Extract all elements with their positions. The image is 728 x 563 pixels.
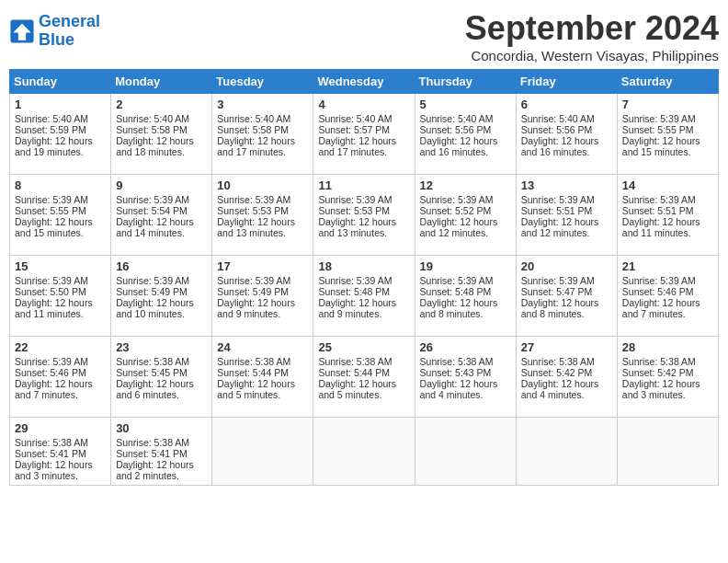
weekday-header-thursday: Thursday [415,70,516,94]
calendar-cell: 5Sunrise: 5:40 AMSunset: 5:56 PMDaylight… [415,94,516,175]
day-info-line: Daylight: 12 hours [420,216,511,227]
calendar-cell: 15Sunrise: 5:39 AMSunset: 5:50 PMDayligh… [10,256,111,337]
day-info-line: Sunset: 5:58 PM [116,124,207,135]
day-info-line: Sunset: 5:49 PM [116,286,207,297]
day-info-line: Sunrise: 5:38 AM [116,356,207,367]
day-info-line: Daylight: 12 hours [521,297,612,308]
day-info-line: Daylight: 12 hours [622,297,713,308]
day-info-line: and 17 minutes. [318,146,409,157]
day-info-line: Sunrise: 5:38 AM [116,437,207,448]
day-info-line: and 7 minutes. [622,308,713,319]
calendar-cell: 12Sunrise: 5:39 AMSunset: 5:52 PMDayligh… [415,175,516,256]
day-info-line: Sunrise: 5:39 AM [217,275,308,286]
day-info-line: Sunset: 5:44 PM [217,367,308,378]
calendar-cell: 27Sunrise: 5:38 AMSunset: 5:42 PMDayligh… [516,337,617,418]
day-info-line: Sunrise: 5:39 AM [116,275,207,286]
day-number: 12 [420,178,511,192]
day-info-line: Sunrise: 5:39 AM [318,275,409,286]
day-info-line: Sunrise: 5:39 AM [622,113,713,124]
calendar-cell: 28Sunrise: 5:38 AMSunset: 5:42 PMDayligh… [617,337,718,418]
day-info-line: and 12 minutes. [521,227,612,238]
day-info-line: Daylight: 12 hours [318,216,409,227]
logo-text: GeneralBlue [39,13,100,50]
calendar-cell [617,418,718,486]
day-info-line: and 11 minutes. [15,308,106,319]
day-info-line: and 3 minutes. [15,470,106,481]
day-info-line: and 5 minutes. [217,389,308,400]
day-info-line: and 3 minutes. [622,389,713,400]
day-number: 7 [622,98,713,111]
calendar-cell: 2Sunrise: 5:40 AMSunset: 5:58 PMDaylight… [111,94,212,175]
day-number: 30 [116,421,207,435]
day-info-line: and 5 minutes. [318,389,409,400]
day-info-line: Sunset: 5:44 PM [318,367,409,378]
day-number: 29 [15,421,106,435]
day-number: 2 [116,98,207,111]
day-info-line: and 7 minutes. [15,389,106,400]
day-info-line: Sunset: 5:41 PM [116,448,207,459]
day-info-line: and 16 minutes. [521,146,612,157]
calendar-cell: 1Sunrise: 5:40 AMSunset: 5:59 PMDaylight… [10,94,111,175]
logo: GeneralBlue [9,13,100,50]
day-info-line: Daylight: 12 hours [116,216,207,227]
day-info-line: Sunset: 5:42 PM [521,367,612,378]
calendar-cell: 24Sunrise: 5:38 AMSunset: 5:44 PMDayligh… [212,337,313,418]
day-info-line: Sunset: 5:58 PM [217,124,308,135]
day-info-line: Sunset: 5:56 PM [420,124,511,135]
day-info-line: Sunset: 5:41 PM [15,448,106,459]
calendar-week-2: 8Sunrise: 5:39 AMSunset: 5:55 PMDaylight… [10,175,719,256]
day-info-line: Sunrise: 5:39 AM [116,194,207,205]
day-number: 18 [318,259,409,273]
calendar-cell: 18Sunrise: 5:39 AMSunset: 5:48 PMDayligh… [313,256,415,337]
day-number: 11 [318,178,409,192]
calendar-cell: 21Sunrise: 5:39 AMSunset: 5:46 PMDayligh… [617,256,718,337]
day-info-line: and 9 minutes. [217,308,308,319]
day-info-line: Sunset: 5:42 PM [622,367,713,378]
day-info-line: Daylight: 12 hours [217,297,308,308]
page-header: GeneralBlue September 2024 Concordia, We… [9,9,719,63]
day-info-line: Daylight: 12 hours [420,297,511,308]
day-info-line: Daylight: 12 hours [420,378,511,389]
day-info-line: and 4 minutes. [420,389,511,400]
weekday-header-tuesday: Tuesday [212,70,313,94]
calendar-cell [212,418,313,486]
day-info-line: Sunrise: 5:38 AM [318,356,409,367]
calendar-cell [415,418,516,486]
day-info-line: Sunset: 5:46 PM [15,367,106,378]
calendar-cell: 4Sunrise: 5:40 AMSunset: 5:57 PMDaylight… [313,94,415,175]
calendar-cell: 17Sunrise: 5:39 AMSunset: 5:49 PMDayligh… [212,256,313,337]
calendar-cell: 26Sunrise: 5:38 AMSunset: 5:43 PMDayligh… [415,337,516,418]
day-number: 9 [116,178,207,192]
day-info-line: Sunset: 5:56 PM [521,124,612,135]
day-info-line: Daylight: 12 hours [622,135,713,146]
day-number: 21 [622,259,713,273]
day-info-line: Daylight: 12 hours [318,378,409,389]
day-info-line: Daylight: 12 hours [318,135,409,146]
day-info-line: and 8 minutes. [420,308,511,319]
day-info-line: Sunrise: 5:40 AM [318,113,409,124]
day-info-line: and 4 minutes. [521,389,612,400]
day-info-line: Sunrise: 5:40 AM [15,113,106,124]
day-number: 6 [521,98,612,111]
day-info-line: Sunrise: 5:40 AM [420,113,511,124]
day-info-line: Sunset: 5:50 PM [15,286,106,297]
calendar-cell: 29Sunrise: 5:38 AMSunset: 5:41 PMDayligh… [10,418,111,486]
calendar-cell: 30Sunrise: 5:38 AMSunset: 5:41 PMDayligh… [111,418,212,486]
day-info-line: Sunrise: 5:39 AM [15,356,106,367]
day-info-line: and 6 minutes. [116,389,207,400]
day-info-line: Daylight: 12 hours [420,135,511,146]
day-info-line: Daylight: 12 hours [521,216,612,227]
day-info-line: Sunset: 5:51 PM [622,205,713,216]
day-info-line: Daylight: 12 hours [15,459,106,470]
weekday-header-monday: Monday [111,70,212,94]
day-number: 16 [116,259,207,273]
day-info-line: and 17 minutes. [217,146,308,157]
day-info-line: Daylight: 12 hours [116,459,207,470]
day-info-line: Sunset: 5:51 PM [521,205,612,216]
day-info-line: Daylight: 12 hours [116,297,207,308]
day-number: 23 [116,340,207,354]
calendar-cell: 25Sunrise: 5:38 AMSunset: 5:44 PMDayligh… [313,337,415,418]
day-info-line: Daylight: 12 hours [116,378,207,389]
day-info-line: and 9 minutes. [318,308,409,319]
day-info-line: Sunset: 5:45 PM [116,367,207,378]
